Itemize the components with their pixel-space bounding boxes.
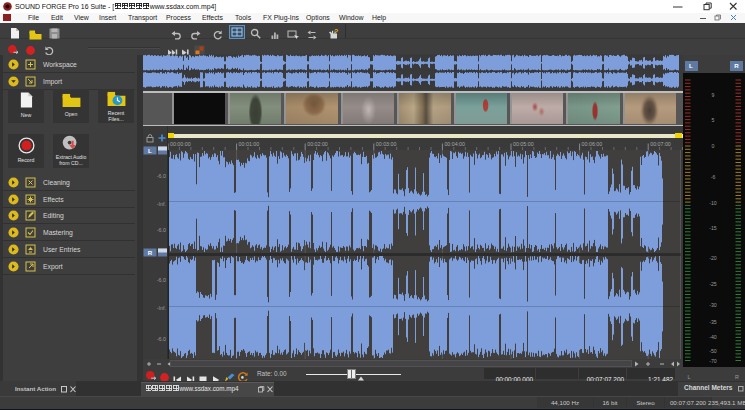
svg-text:-40: -40 <box>709 334 717 340</box>
svg-text:R: R <box>735 374 739 380</box>
svg-text:-70: -70 <box>709 358 717 364</box>
svg-text:-15: -15 <box>709 225 717 231</box>
svg-text:5: 5 <box>712 117 715 123</box>
svg-text:-50: -50 <box>709 348 717 354</box>
svg-text:0: 0 <box>712 143 715 149</box>
svg-text:9: 9 <box>712 92 715 98</box>
svg-text:-35: -35 <box>709 319 717 325</box>
svg-text:-30: -30 <box>709 302 717 308</box>
svg-text:-6: -6 <box>711 174 716 180</box>
svg-text:-25: -25 <box>709 281 717 287</box>
svg-text:-20: -20 <box>709 255 717 261</box>
svg-text:L: L <box>688 374 691 380</box>
svg-text:-10: -10 <box>709 200 717 206</box>
